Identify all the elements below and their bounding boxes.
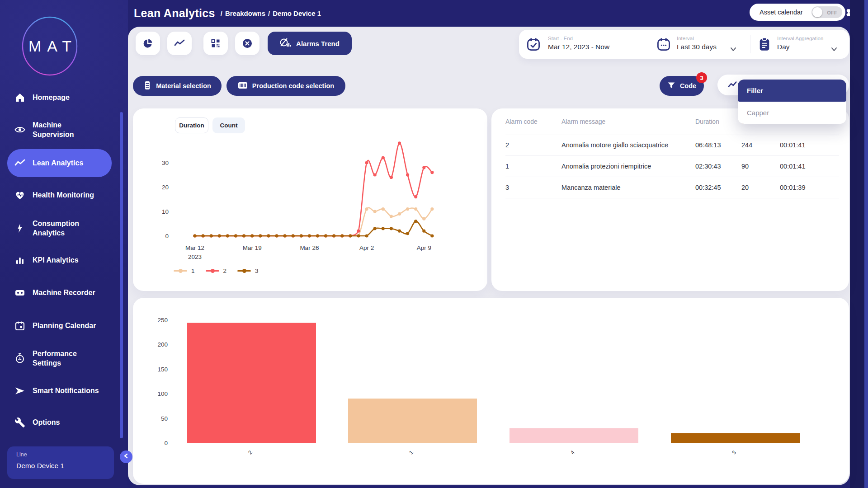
table-row: 3Mancanza materiale00:32:452000:01:39 — [505, 177, 839, 198]
svg-text:Apr 2: Apr 2 — [359, 244, 374, 251]
legend-item-2[interactable]: 2 — [206, 267, 227, 274]
table-cell: Anomalia motore giallo sciacquatrice — [561, 141, 695, 149]
material-selection-label: Material selection — [156, 82, 211, 89]
svg-text:150: 150 — [157, 366, 168, 373]
sidebar-item-machine-supervision[interactable]: Machine Supervision — [7, 116, 112, 144]
alarm-trend-chart-card: Duration Count 0102030Mar 122023Mar 19Ma… — [133, 108, 487, 291]
legend-label: 2 — [223, 267, 227, 274]
legend-dot — [242, 269, 246, 273]
production-code-selection-button[interactable]: Production code selection — [226, 76, 345, 96]
asset-calendar-label: Asset calendar — [760, 9, 803, 16]
funnel-icon — [667, 81, 675, 91]
sidebar-item-label: Performance Settings — [33, 349, 103, 368]
svg-text:2023: 2023 — [188, 253, 202, 260]
asset-calendar-pill[interactable]: Asset calendar OFF — [750, 4, 845, 21]
grid-icon — [210, 38, 221, 49]
sidebar-item-health-monitoring[interactable]: Health Monitoring — [7, 186, 112, 204]
tab-duration[interactable]: Duration — [175, 117, 208, 133]
sidebar-item-options[interactable]: Options — [7, 413, 112, 432]
table-body: 2Anomalia motore giallo sciacquatrice06:… — [505, 135, 839, 198]
table-cell: 3 — [505, 184, 561, 191]
logo-text: MAT — [28, 38, 77, 55]
dropdown-option-capper[interactable]: Capper — [738, 102, 846, 124]
legend-item-1[interactable]: 1 — [174, 267, 195, 274]
alarm-count-bar-chart-card: 0501001502002502143 — [133, 298, 849, 484]
breadcrumb-item[interactable]: Demo Device 1 — [273, 9, 321, 17]
date-filter-card: Start - End Mar 12, 2023 - Now Interval … — [519, 30, 849, 59]
table-row: 1Anomalia protezioni riempitrice02:30:43… — [505, 156, 839, 177]
table-cell: 90 — [741, 163, 780, 170]
sidebar-item-label: Homepage — [33, 93, 103, 102]
table-cell: 1 — [505, 163, 561, 170]
aggregation-filter[interactable]: Interval Aggregation Day — [757, 36, 823, 51]
sidebar-item-smart-notifications[interactable]: Smart Notifications — [7, 377, 112, 405]
table-cell: Anomalia protezioni riempitrice — [561, 163, 695, 170]
alarms-trend-icon — [280, 38, 292, 49]
svg-text:1: 1 — [408, 449, 415, 456]
alarms-trend-label: Alarms Trend — [296, 40, 340, 47]
sidebar-collapse-button[interactable] — [120, 450, 132, 463]
breadcrumb-item[interactable]: Breakdowns — [225, 9, 265, 17]
sidebar-scrollbar[interactable] — [120, 112, 123, 438]
trend-icon — [14, 158, 25, 169]
svg-text:0: 0 — [165, 233, 169, 239]
recorder-icon — [14, 287, 25, 298]
sidebar-item-label: KPI Analytics — [33, 255, 103, 265]
chevron-left-icon — [123, 453, 129, 461]
eye-icon — [14, 124, 25, 135]
view-button-pie[interactable] — [136, 32, 160, 55]
sidebar-item-performance-settings[interactable]: Performance Settings — [7, 344, 112, 372]
dropdown-option-filler[interactable]: Filler — [738, 80, 846, 102]
interval-filter[interactable]: Interval Last 30 days — [656, 36, 717, 51]
column-header: Duration — [695, 118, 741, 125]
material-selection-button[interactable]: Material selection — [133, 76, 222, 96]
sidebar: MAT HomepageMachine SupervisionLean Anal… — [0, 0, 128, 488]
table-cell: 00:01:39 — [780, 184, 839, 191]
table-cell: 00:01:41 — [780, 163, 839, 170]
divider — [750, 35, 750, 53]
sidebar-item-label: Options — [33, 418, 103, 427]
page-scrollbar[interactable] — [864, 0, 868, 488]
trend-icon — [174, 38, 185, 49]
svg-text:Apr 9: Apr 9 — [417, 244, 431, 251]
svg-text:2: 2 — [247, 449, 254, 456]
column-header: Alarm code — [505, 118, 561, 125]
tab-count[interactable]: Count — [212, 117, 245, 133]
view-button-trend[interactable] — [167, 32, 192, 55]
sidebar-item-planning-calendar[interactable]: Planning Calendar — [7, 312, 112, 340]
interval-label: Interval — [677, 36, 717, 41]
sidebar-item-label: Machine Recorder — [33, 288, 103, 297]
svg-text:250: 250 — [157, 317, 168, 324]
calendar-check-icon — [526, 37, 541, 52]
view-button-grid[interactable] — [203, 32, 228, 55]
home-icon — [14, 92, 25, 103]
start-end-value: Mar 12, 2023 - Now — [548, 43, 609, 51]
alarms-trend-button[interactable]: Alarms Trend — [268, 32, 352, 55]
sidebar-item-label: Health Monitoring — [33, 190, 103, 200]
sidebar-item-kpi-analytics[interactable]: KPI Analytics — [7, 251, 112, 269]
device-card[interactable]: Line Demo Device 1 — [7, 446, 114, 479]
alarm-trend-line-chart: 0102030Mar 122023Mar 19Mar 26Apr 2Apr 9 — [133, 140, 487, 263]
sidebar-item-consumption-analytics[interactable]: Consumption Analytics — [7, 214, 112, 242]
view-button-close[interactable] — [235, 32, 259, 55]
alarm-count-bar-chart: 0501001502002502143 — [133, 298, 849, 484]
legend-dot — [179, 269, 183, 273]
chart-legend: 123 — [174, 267, 259, 274]
legend-item-3[interactable]: 3 — [237, 267, 259, 274]
production-code-selection-label: Production code selection — [252, 82, 334, 89]
start-end-filter[interactable]: Start - End Mar 12, 2023 - Now — [526, 36, 609, 51]
sidebar-item-lean-analytics[interactable]: Lean Analytics — [7, 149, 112, 177]
bolt-icon — [14, 223, 25, 234]
machine-selection-dropdown: FillerCapper — [738, 80, 846, 124]
breadcrumb-separator: / — [221, 9, 222, 17]
stopwatch-icon — [14, 353, 25, 364]
tab-duration-label: Duration — [179, 122, 204, 129]
asset-calendar-toggle[interactable]: OFF — [811, 6, 842, 18]
toggle-knob — [812, 7, 822, 17]
svg-text:20: 20 — [162, 184, 169, 191]
sidebar-item-machine-recorder[interactable]: Machine Recorder — [7, 284, 112, 302]
breadcrumb-separator: / — [268, 9, 270, 17]
sidebar-item-homepage[interactable]: Homepage — [7, 89, 112, 107]
code-filter-label: Code — [680, 82, 696, 89]
column-header: Alarm message — [561, 118, 695, 125]
